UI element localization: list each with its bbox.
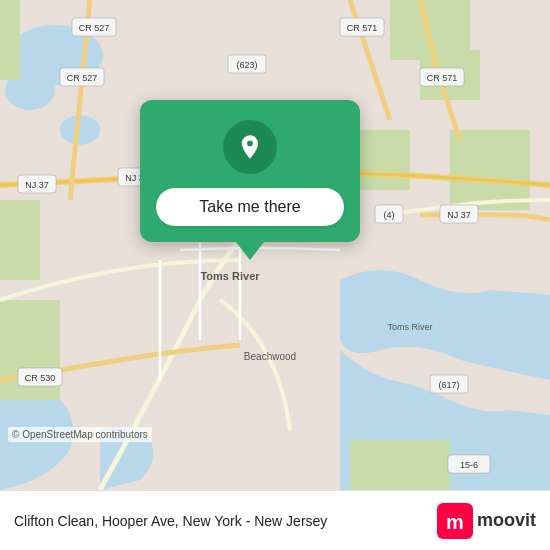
location-pin-icon xyxy=(236,133,264,161)
svg-text:NJ 37: NJ 37 xyxy=(447,210,471,220)
destination-text: Clifton Clean, Hooper Ave, New York - Ne… xyxy=(14,513,437,529)
moovit-text: moovit xyxy=(477,510,536,531)
svg-rect-11 xyxy=(350,440,450,490)
svg-text:CR 571: CR 571 xyxy=(347,23,378,33)
svg-text:(4): (4) xyxy=(384,210,395,220)
moovit-logo: m moovit xyxy=(437,503,536,539)
svg-text:CR 527: CR 527 xyxy=(79,23,110,33)
bottom-bar: Clifton Clean, Hooper Ave, New York - Ne… xyxy=(0,490,550,550)
svg-rect-8 xyxy=(0,200,40,280)
popup-card: Take me there xyxy=(140,100,360,242)
svg-text:CR 571: CR 571 xyxy=(427,73,458,83)
location-icon-wrap xyxy=(223,120,277,174)
map-attribution: © OpenStreetMap contributors xyxy=(8,427,152,442)
popup-pointer xyxy=(236,242,264,260)
svg-rect-10 xyxy=(450,130,530,210)
moovit-icon: m xyxy=(437,503,473,539)
svg-text:CR 530: CR 530 xyxy=(25,373,56,383)
svg-text:Toms River: Toms River xyxy=(200,270,260,282)
svg-rect-4 xyxy=(0,0,20,80)
svg-text:Toms River: Toms River xyxy=(387,322,432,332)
svg-text:(623): (623) xyxy=(236,60,257,70)
take-me-there-button[interactable]: Take me there xyxy=(156,188,344,226)
svg-text:NJ 37: NJ 37 xyxy=(25,180,49,190)
svg-text:(617): (617) xyxy=(438,380,459,390)
svg-text:Beachwood: Beachwood xyxy=(244,351,296,362)
svg-text:CR 527: CR 527 xyxy=(67,73,98,83)
map-container: CR 527 CR 527 CR 571 CR 571 NJ 37 NJ 37 … xyxy=(0,0,550,490)
svg-text:15-6: 15-6 xyxy=(460,460,478,470)
svg-text:m: m xyxy=(446,511,464,533)
popup-overlay: Take me there xyxy=(140,100,360,260)
